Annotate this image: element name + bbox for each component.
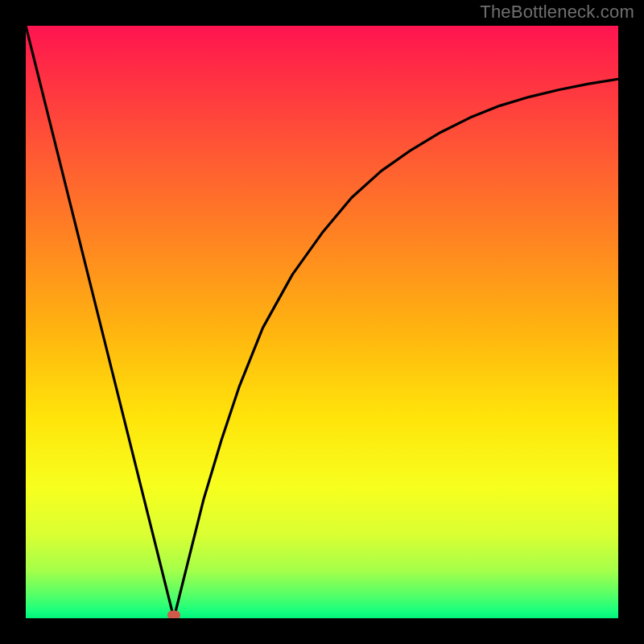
attribution-label: TheBottleneck.com [480, 2, 634, 23]
minimum-marker [167, 611, 180, 619]
chart-frame: TheBottleneck.com [0, 0, 644, 644]
bottleneck-curve [26, 26, 618, 618]
plot-area [26, 26, 618, 618]
